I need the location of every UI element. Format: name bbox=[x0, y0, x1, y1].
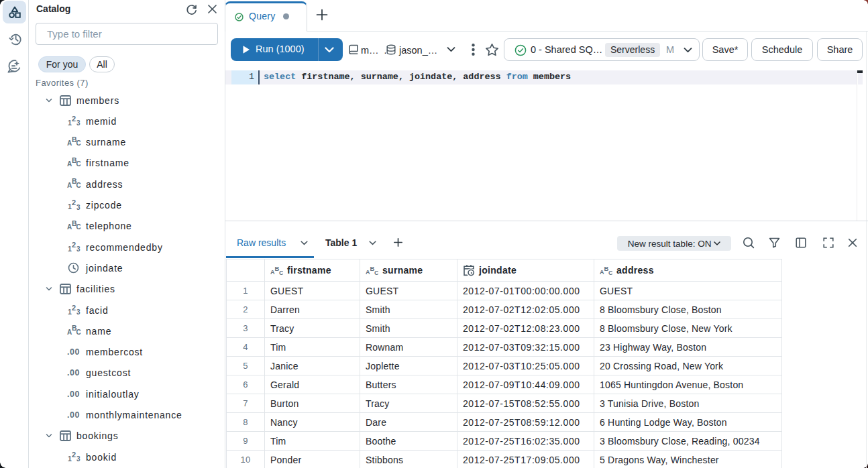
svg-text:C: C bbox=[279, 270, 283, 276]
svg-text:C: C bbox=[608, 270, 612, 276]
svg-text:C: C bbox=[374, 270, 378, 276]
